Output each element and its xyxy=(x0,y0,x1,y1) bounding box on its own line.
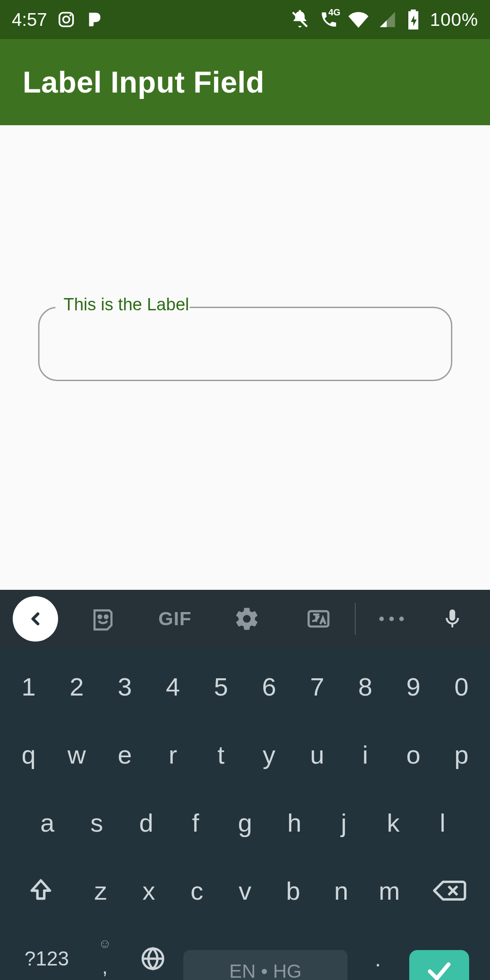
svg-point-2 xyxy=(69,15,71,16)
key-i[interactable]: i xyxy=(341,720,389,789)
enter-key[interactable] xyxy=(409,950,469,980)
key-f[interactable]: f xyxy=(171,789,220,857)
svg-point-1 xyxy=(63,16,69,23)
key-o[interactable]: o xyxy=(389,720,437,789)
top-letter-row: qwertyuiop xyxy=(5,720,485,789)
key-0[interactable]: 0 xyxy=(437,652,485,720)
emoji-icon: ☺ xyxy=(98,936,112,951)
key-m[interactable]: m xyxy=(365,857,413,925)
symbols-key[interactable]: ?123 xyxy=(13,925,81,980)
key-u[interactable]: u xyxy=(293,720,341,789)
key-3[interactable]: 3 xyxy=(101,652,149,720)
key-2[interactable]: 2 xyxy=(53,652,101,720)
comma-key[interactable]: ☺ , xyxy=(81,925,129,980)
space-key[interactable]: EN • HG xyxy=(183,950,348,980)
key-1[interactable]: 1 xyxy=(5,652,53,720)
key-w[interactable]: w xyxy=(53,720,101,789)
status-time: 4:57 xyxy=(12,10,47,30)
status-left: 4:57 xyxy=(12,10,103,30)
dnd-off-icon xyxy=(290,10,309,29)
shift-icon xyxy=(27,877,54,904)
shift-key[interactable] xyxy=(5,857,77,925)
key-x[interactable]: x xyxy=(125,857,173,925)
key-d[interactable]: d xyxy=(122,789,171,857)
translate-icon xyxy=(305,606,332,632)
key-g[interactable]: g xyxy=(220,789,270,857)
battery-charging-icon xyxy=(407,10,420,29)
svg-point-5 xyxy=(105,615,108,618)
sticker-button[interactable] xyxy=(67,606,139,632)
status-bar: 4:57 4G 100% xyxy=(0,0,490,39)
key-n[interactable]: n xyxy=(317,857,365,925)
key-r[interactable]: r xyxy=(149,720,197,789)
key-z[interactable]: z xyxy=(77,857,125,925)
key-b[interactable]: b xyxy=(269,857,317,925)
key-5[interactable]: 5 xyxy=(197,652,245,720)
page-title: Label Input Field xyxy=(23,65,265,99)
svg-point-4 xyxy=(98,615,101,618)
keyboard-back-button[interactable] xyxy=(13,596,58,642)
key-p[interactable]: p xyxy=(437,720,485,789)
number-row: 1234567890 xyxy=(5,652,485,720)
key-h[interactable]: h xyxy=(270,789,319,857)
key-9[interactable]: 9 xyxy=(389,652,437,720)
backspace-icon xyxy=(432,877,467,904)
globe-icon xyxy=(139,945,167,972)
key-6[interactable]: 6 xyxy=(245,652,293,720)
keyboard: GIF 1234567890 qwertyuiop asdfghjkl zxcv… xyxy=(0,590,490,980)
signal-icon xyxy=(378,10,397,29)
check-icon xyxy=(425,957,453,980)
settings-button[interactable] xyxy=(211,606,283,632)
key-8[interactable]: 8 xyxy=(341,652,389,720)
language-key[interactable] xyxy=(129,925,177,980)
pandora-icon xyxy=(85,10,103,29)
translate-button[interactable] xyxy=(283,606,354,632)
content-area: This is the Label xyxy=(0,125,490,590)
phone-4g-icon: 4G xyxy=(319,10,338,29)
key-a[interactable]: a xyxy=(23,789,72,857)
more-button[interactable] xyxy=(356,617,427,621)
more-icon xyxy=(379,617,404,621)
key-k[interactable]: k xyxy=(368,789,418,857)
text-field-input[interactable] xyxy=(52,310,439,377)
mic-icon xyxy=(441,608,464,630)
key-7[interactable]: 7 xyxy=(293,652,341,720)
key-c[interactable]: c xyxy=(173,857,221,925)
instagram-icon xyxy=(57,10,75,29)
phone-4g-label: 4G xyxy=(328,7,341,18)
key-y[interactable]: y xyxy=(245,720,293,789)
key-e[interactable]: e xyxy=(101,720,149,789)
function-row: ?123 ☺ , EN • HG . xyxy=(5,925,485,980)
battery-percent: 100% xyxy=(430,10,478,30)
keyboard-rows: 1234567890 qwertyuiop asdfghjkl zxcvbnm … xyxy=(0,648,490,980)
status-right: 4G 100% xyxy=(290,10,478,30)
key-v[interactable]: v xyxy=(221,857,269,925)
key-j[interactable]: j xyxy=(319,789,368,857)
key-4[interactable]: 4 xyxy=(149,652,197,720)
period-key[interactable]: . xyxy=(354,925,402,980)
gif-button[interactable]: GIF xyxy=(139,608,211,630)
mic-button[interactable] xyxy=(427,608,477,630)
key-s[interactable]: s xyxy=(72,789,122,857)
wifi-icon xyxy=(348,10,368,29)
key-t[interactable]: t xyxy=(197,720,245,789)
app-bar: Label Input Field xyxy=(0,39,490,125)
key-q[interactable]: q xyxy=(5,720,53,789)
bottom-letter-row: zxcvbnm xyxy=(5,857,485,925)
gear-icon xyxy=(234,606,260,632)
key-l[interactable]: l xyxy=(418,789,467,857)
home-letter-row: asdfghjkl xyxy=(5,789,485,857)
text-field[interactable]: This is the Label xyxy=(38,307,452,381)
backspace-key[interactable] xyxy=(413,857,485,925)
keyboard-toolbar: GIF xyxy=(0,590,490,648)
